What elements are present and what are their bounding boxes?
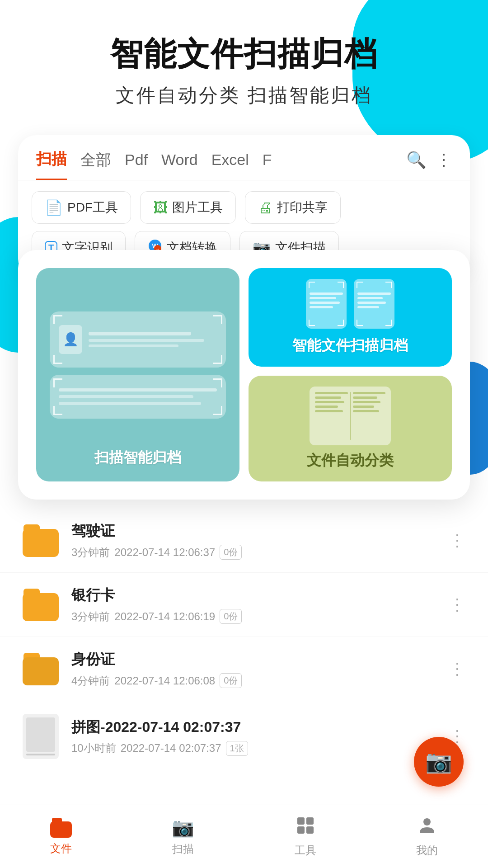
auto-classify-label: 文件自动分类 (307, 451, 394, 471)
smart-scan-card[interactable]: 智能文件扫描归档 (249, 268, 452, 367)
feature-popup: 👤 (18, 250, 470, 500)
file-badge: 0份 (220, 673, 242, 688)
book-spine (350, 392, 351, 440)
file-meta: 10小时前 2022-07-14 02:07:37 1张 (71, 741, 436, 756)
tools-nav-icon (296, 816, 315, 840)
doc-thumbnail (23, 714, 59, 759)
file-info: 驾驶证 3分钟前 2022-07-14 12:06:37 0份 (71, 521, 436, 560)
folder-icon (23, 653, 59, 685)
pdf-icon: 📄 (45, 199, 63, 216)
file-info: 拼图-2022-07-14 02:07:37 10小时前 2022-07-14 … (71, 717, 436, 756)
file-meta: 3分钟前 2022-07-14 12:06:19 0份 (71, 609, 436, 624)
search-icon[interactable]: 🔍 (406, 151, 427, 170)
tab-excel[interactable]: Excel (211, 151, 249, 178)
svg-rect-7 (306, 826, 314, 834)
files-nav-icon (50, 818, 72, 838)
mine-nav-icon (417, 816, 437, 840)
file-name: 银行卡 (71, 585, 436, 605)
svg-rect-4 (297, 817, 305, 825)
nav-item-scan[interactable]: 📷 扫描 (172, 817, 194, 856)
tools-row-1: 📄 PDF工具 🖼 图片工具 🖨 打印共享 (18, 180, 470, 231)
nav-item-tools[interactable]: 工具 (295, 816, 316, 858)
doc-mock-1 (306, 279, 347, 329)
file-name: 驾驶证 (71, 521, 436, 541)
nav-label-mine: 我的 (416, 843, 438, 858)
file-meta: 3分钟前 2022-07-14 12:06:37 0份 (71, 545, 436, 560)
file-info: 银行卡 3分钟前 2022-07-14 12:06:19 0份 (71, 585, 436, 624)
scan-archive-card[interactable]: 👤 (36, 268, 239, 481)
nav-label-tools: 工具 (295, 843, 316, 858)
pdf-tool-button[interactable]: 📄 PDF工具 (32, 191, 131, 224)
feature-right-column: 智能文件扫描归档 (249, 268, 452, 481)
book-page-right (353, 392, 386, 440)
nav-label-files: 文件 (50, 841, 72, 856)
scan-archive-label: 扫描智能归档 (94, 448, 181, 468)
scan-nav-icon: 📷 (172, 817, 194, 838)
file-more-button[interactable]: ⋮ (449, 595, 465, 614)
file-badge: 0份 (220, 609, 242, 624)
file-list: 驾驶证 3分钟前 2022-07-14 12:06:37 0份 ⋮ 银行卡 3分… (0, 509, 488, 772)
file-item[interactable]: 银行卡 3分钟前 2022-07-14 12:06:19 0份 ⋮ (0, 573, 488, 637)
header: 智能文件扫描归档 文件自动分类 扫描智能归档 (0, 0, 488, 126)
nav-item-files[interactable]: 文件 (50, 818, 72, 856)
file-badge: 1张 (226, 741, 248, 756)
doc-mock-2 (354, 279, 394, 329)
svg-rect-5 (306, 817, 314, 825)
tab-pdf[interactable]: Pdf (125, 151, 148, 178)
more-icon[interactable]: ⋮ (436, 151, 452, 170)
print-tool-button[interactable]: 🖨 打印共享 (245, 191, 341, 224)
auto-classify-card[interactable]: 文件自动分类 (249, 376, 452, 481)
tab-all[interactable]: 全部 (80, 150, 111, 179)
nav-label-scan: 扫描 (172, 842, 194, 856)
print-icon: 🖨 (258, 199, 272, 216)
app-subtitle: 文件自动分类 扫描智能归档 (27, 83, 461, 108)
doc-pair (306, 279, 394, 329)
feature-grid: 👤 (36, 268, 452, 481)
app-title: 智能文件扫描归档 (27, 36, 461, 72)
tab-f[interactable]: F (263, 151, 272, 178)
camera-fab-icon: 📷 (425, 749, 452, 774)
file-meta: 4分钟前 2022-07-14 12:06:08 0份 (71, 673, 436, 688)
folder-icon (23, 589, 59, 621)
file-item[interactable]: 身份证 4分钟前 2022-07-14 12:06:08 0份 ⋮ (0, 637, 488, 701)
file-badge: 0份 (220, 545, 242, 560)
file-more-button[interactable]: ⋮ (449, 531, 465, 550)
tab-scan[interactable]: 扫描 (36, 149, 67, 180)
svg-rect-6 (297, 826, 305, 834)
svg-point-8 (423, 818, 431, 826)
file-name: 拼图-2022-07-14 02:07:37 (71, 717, 436, 737)
nav-item-mine[interactable]: 我的 (416, 816, 438, 858)
image-tool-button[interactable]: 🖼 图片工具 (140, 191, 236, 224)
scan-illustrations: 👤 (50, 282, 226, 448)
smart-scan-label: 智能文件扫描归档 (292, 336, 408, 356)
book-page-left (315, 392, 348, 440)
file-item[interactable]: 驾驶证 3分钟前 2022-07-14 12:06:37 0份 ⋮ (0, 509, 488, 573)
book-mock (310, 387, 391, 445)
tabs-row: 扫描 全部 Pdf Word Excel F 🔍 ⋮ (18, 135, 470, 180)
file-info: 身份证 4分钟前 2022-07-14 12:06:08 0份 (71, 650, 436, 688)
tab-word[interactable]: Word (161, 151, 198, 178)
image-icon: 🖼 (153, 199, 168, 216)
file-name: 身份证 (71, 650, 436, 670)
camera-fab-button[interactable]: 📷 (414, 737, 464, 787)
tab-actions: 🔍 ⋮ (406, 151, 452, 179)
folder-icon (23, 524, 59, 557)
bottom-nav: 文件 📷 扫描 工具 我的 (0, 805, 488, 868)
file-more-button[interactable]: ⋮ (449, 660, 465, 679)
